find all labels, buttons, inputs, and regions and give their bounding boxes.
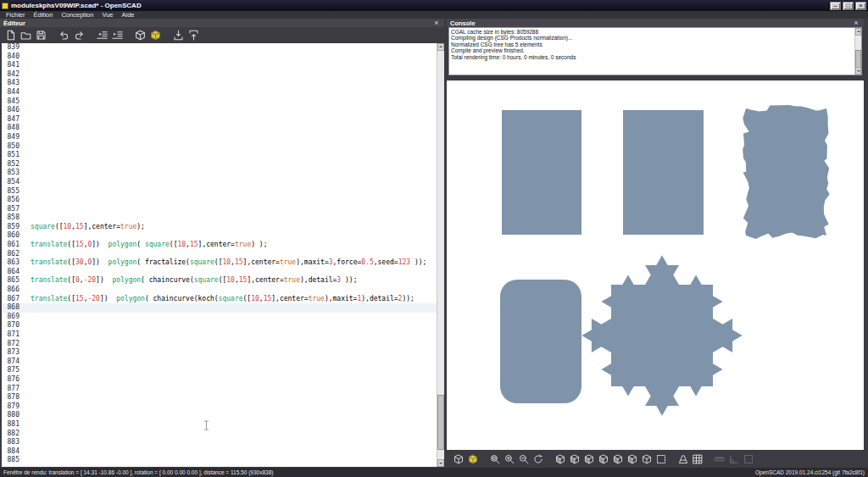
preview-button[interactable] <box>133 29 147 42</box>
code-line-841[interactable]: 841 <box>2 61 437 70</box>
code-line-883[interactable]: 883 <box>2 438 437 447</box>
right-view-button[interactable] <box>554 452 566 465</box>
preview-button[interactable] <box>452 452 465 465</box>
zoom-in-icon <box>504 454 515 464</box>
reset-view-button[interactable] <box>531 452 544 465</box>
code-line-842[interactable]: 842 <box>2 70 437 80</box>
new-file-button[interactable] <box>3 29 17 42</box>
code-text <box>24 321 31 330</box>
code-line-869[interactable]: 869 <box>2 313 437 322</box>
render-button[interactable] <box>148 29 162 42</box>
code-line-849[interactable]: 849 <box>2 133 437 142</box>
code-line-839[interactable]: 839 <box>2 43 437 53</box>
editor-vertical-scrollbar[interactable] <box>437 43 444 467</box>
left-view-button[interactable] <box>597 452 609 465</box>
console-close-icon[interactable]: × <box>852 19 860 27</box>
3d-viewport[interactable] <box>447 80 864 450</box>
code-line-868[interactable]: 868 <box>2 303 437 313</box>
code-line-862[interactable]: 862 <box>2 250 437 259</box>
code-line-864[interactable]: 864 <box>2 268 437 277</box>
code-line-865[interactable]: 865translate([0,-20]) polygon( chaincurv… <box>2 276 437 286</box>
code-line-845[interactable]: 845 <box>2 97 437 107</box>
close-button[interactable]: × <box>855 2 866 10</box>
menu-vue[interactable]: Vue <box>97 11 117 19</box>
view-all-button[interactable] <box>488 452 501 465</box>
code-editor[interactable]: 8398408418428438448458468478488498508518… <box>2 43 444 467</box>
code-line-855[interactable]: 855 <box>2 187 437 197</box>
code-line-853[interactable]: 853 <box>2 169 437 178</box>
code-line-854[interactable]: 854 <box>2 178 437 187</box>
code-line-846[interactable]: 846 <box>2 106 437 115</box>
code-line-867[interactable]: 867translate([15,-20]) polygon( chaincur… <box>2 295 437 304</box>
console-vertical-scrollbar[interactable] <box>854 28 861 75</box>
code-line-840[interactable]: 840 <box>2 53 437 62</box>
editor-scroll-down-button[interactable] <box>437 459 444 467</box>
code-text <box>24 88 31 97</box>
code-line-844[interactable]: 844 <box>2 88 437 97</box>
diagonal-view-icon <box>642 454 652 464</box>
indent-button[interactable] <box>110 29 124 42</box>
code-line-884[interactable]: 884 <box>2 447 437 457</box>
menu-edition[interactable]: Édition <box>30 11 58 19</box>
code-line-881[interactable]: 881 <box>2 420 437 430</box>
back-view-button[interactable] <box>626 452 638 465</box>
code-line-877[interactable]: 877 <box>2 385 437 394</box>
code-line-885[interactable]: 885 <box>2 456 437 465</box>
editor-scroll-thumb[interactable] <box>437 395 444 450</box>
unindent-button[interactable] <box>95 29 108 42</box>
code-line-843[interactable]: 843 <box>2 79 437 88</box>
editor-scroll-up-button[interactable] <box>437 43 444 51</box>
redo-button[interactable] <box>72 29 86 42</box>
code-line-873[interactable]: 873 <box>2 348 437 358</box>
console-scroll-down-button[interactable] <box>855 67 861 75</box>
code-line-848[interactable]: 848 <box>2 124 437 133</box>
diagonal-view-button[interactable] <box>640 452 653 465</box>
code-line-882[interactable]: 882 <box>2 430 437 439</box>
undo-button[interactable] <box>57 29 70 42</box>
code-line-879[interactable]: 879 <box>2 402 437 412</box>
zoom-in-button[interactable] <box>503 452 515 465</box>
export-stl-button[interactable] <box>171 29 185 42</box>
code-line-857[interactable]: 857 <box>2 205 437 214</box>
perspective-button[interactable] <box>676 452 689 465</box>
code-line-876[interactable]: 876 <box>2 375 437 385</box>
render-button[interactable] <box>466 452 479 465</box>
console-scroll-thumb[interactable] <box>855 50 861 68</box>
console-scroll-up-button[interactable] <box>855 28 861 36</box>
minimize-button[interactable]: – <box>830 2 841 10</box>
code-line-859[interactable]: 859square([10,15],center=true); <box>2 223 437 232</box>
code-line-850[interactable]: 850 <box>2 142 437 152</box>
open-file-button[interactable] <box>19 29 32 42</box>
center-view-button[interactable] <box>654 452 667 465</box>
top-view-button[interactable] <box>568 452 581 465</box>
code-line-870[interactable]: 870 <box>2 321 437 330</box>
code-line-861[interactable]: 861translate([15,0]) polygon( square([10… <box>2 241 437 250</box>
menu-conception[interactable]: Conception <box>57 11 97 19</box>
code-line-847[interactable]: 847 <box>2 115 437 125</box>
code-line-872[interactable]: 872 <box>2 340 437 349</box>
orthogonal-button[interactable] <box>691 452 704 465</box>
code-line-858[interactable]: 858 <box>2 214 437 223</box>
editor-close-icon[interactable]: × <box>432 19 441 27</box>
export-stl-icon <box>173 30 184 41</box>
code-line-863[interactable]: 863translate([30,0]) polygon( fractalize… <box>2 258 437 268</box>
maximize-button[interactable]: □ <box>843 2 854 10</box>
front-view-button[interactable] <box>611 452 624 465</box>
code-line-875[interactable]: 875 <box>2 366 437 375</box>
bottom-view-button[interactable] <box>582 452 595 465</box>
code-line-851[interactable]: 851 <box>2 151 437 160</box>
code-line-860[interactable]: 860 <box>2 231 437 241</box>
send-to-printer-button[interactable] <box>186 29 200 42</box>
code-line-874[interactable]: 874 <box>2 358 437 367</box>
code-line-871[interactable]: 871 <box>2 330 437 340</box>
menu-fichier[interactable]: Fichier <box>2 11 30 19</box>
code-line-852[interactable]: 852 <box>2 160 437 169</box>
menu-aide[interactable]: Aide <box>117 11 138 19</box>
zoom-out-button[interactable] <box>517 452 530 465</box>
code-line-866[interactable]: 866 <box>2 286 437 295</box>
code-line-880[interactable]: 880 <box>2 411 437 420</box>
fractalized-square-preview <box>743 105 830 239</box>
code-line-856[interactable]: 856 <box>2 196 437 205</box>
save-file-button[interactable] <box>34 29 47 42</box>
code-line-878[interactable]: 878 <box>2 393 437 402</box>
